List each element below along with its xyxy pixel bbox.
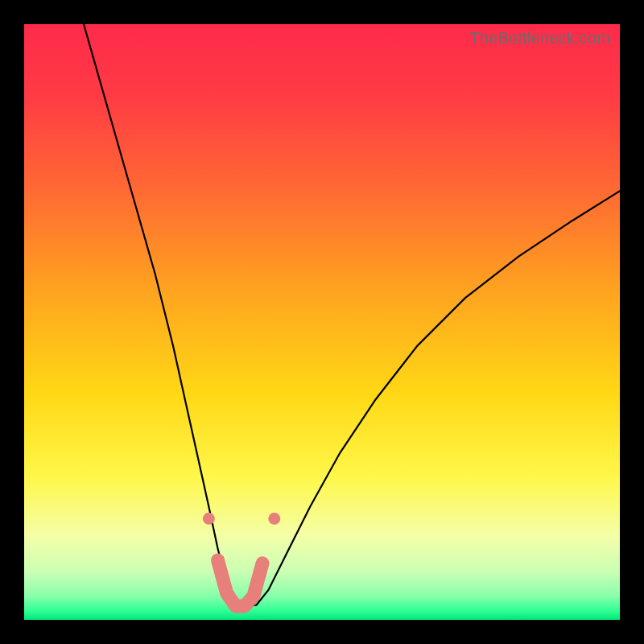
highlight-dots — [203, 513, 280, 525]
highlight-dot — [268, 513, 280, 525]
outer-frame: TheBottleneck.com — [0, 0, 644, 644]
chart-svg — [24, 24, 620, 620]
bottleneck-curve — [84, 24, 620, 607]
plot-area: TheBottleneck.com — [24, 24, 620, 620]
highlight-segment — [218, 560, 263, 606]
watermark-text: TheBottleneck.com — [469, 29, 610, 47]
highlight-dot — [203, 513, 215, 525]
